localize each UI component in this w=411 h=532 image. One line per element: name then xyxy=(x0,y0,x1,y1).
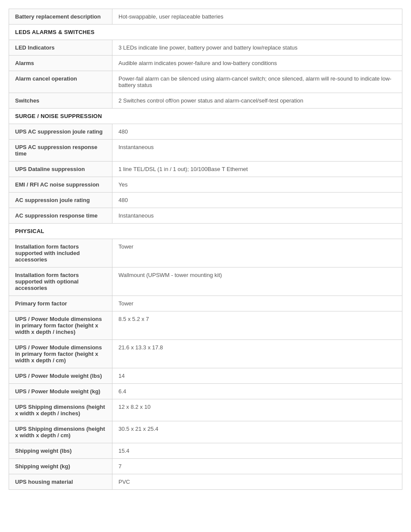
row-value: Instantaneous xyxy=(112,208,402,224)
row-label: Primary form factor xyxy=(9,296,112,311)
row-label: Switches xyxy=(9,93,112,109)
table-row: UPS / Power Module dimensions in primary… xyxy=(9,311,402,340)
row-value: 480 xyxy=(112,193,402,208)
section-header-title: PHYSICAL xyxy=(9,224,402,239)
row-value: Wallmount (UPSWM - tower mounting kit) xyxy=(112,268,402,296)
table-row: UPS Shipping dimensions (height x width … xyxy=(9,421,402,443)
table-row: Installation form factors supported with… xyxy=(9,268,402,296)
section-header-row: SURGE / NOISE SUPPRESSION xyxy=(9,109,402,124)
row-value: Power-fail alarm can be silenced using a… xyxy=(112,71,402,93)
row-value: 21.6 x 13.3 x 17.8 xyxy=(112,340,402,368)
table-row: LED Indicators3 LEDs indicate line power… xyxy=(9,40,402,56)
table-row: EMI / RFI AC noise suppressionYes xyxy=(9,177,402,193)
section-header-row: LEDS ALARMS & SWITCHES xyxy=(9,25,402,40)
row-label: AC suppression response time xyxy=(9,208,112,224)
table-row: UPS AC suppression response timeInstanta… xyxy=(9,140,402,162)
row-value: Yes xyxy=(112,177,402,193)
row-label: Alarms xyxy=(9,56,112,71)
row-label: UPS AC suppression joule rating xyxy=(9,124,112,140)
row-label: Shipping weight (lbs) xyxy=(9,443,112,459)
table-row: UPS / Power Module dimensions in primary… xyxy=(9,340,402,368)
row-label: UPS / Power Module dimensions in primary… xyxy=(9,311,112,340)
row-value: 480 xyxy=(112,124,402,140)
table-row: Installation form factors supported with… xyxy=(9,239,402,268)
row-value: Instantaneous xyxy=(112,140,402,162)
row-label: Battery replacement description xyxy=(9,9,112,25)
section-header-title: SURGE / NOISE SUPPRESSION xyxy=(9,109,402,124)
row-value: 14 xyxy=(112,368,402,384)
row-label: UPS / Power Module weight (lbs) xyxy=(9,368,112,384)
row-label: UPS Shipping dimensions (height x width … xyxy=(9,399,112,421)
row-value: Tower xyxy=(112,296,402,311)
row-label: Alarm cancel operation xyxy=(9,71,112,93)
table-row: UPS / Power Module weight (lbs)14 xyxy=(9,368,402,384)
row-value: 15.4 xyxy=(112,443,402,459)
row-label: Shipping weight (kg) xyxy=(9,459,112,474)
table-row: Shipping weight (kg)7 xyxy=(9,459,402,474)
table-row: AC suppression response timeInstantaneou… xyxy=(9,208,402,224)
row-value: Tower xyxy=(112,239,402,268)
row-value: 1 line TEL/DSL (1 in / 1 out); 10/100Bas… xyxy=(112,162,402,177)
row-value: 6.4 xyxy=(112,384,402,399)
section-header-row: PHYSICAL xyxy=(9,224,402,239)
section-header-title: LEDS ALARMS & SWITCHES xyxy=(9,25,402,40)
spec-table: Battery replacement descriptionHot-swapp… xyxy=(9,9,402,490)
row-label: UPS / Power Module weight (kg) xyxy=(9,384,112,399)
row-label: Installation form factors supported with… xyxy=(9,268,112,296)
row-value: 12 x 8.2 x 10 xyxy=(112,399,402,421)
row-value: 30.5 x 21 x 25.4 xyxy=(112,421,402,443)
row-label: UPS / Power Module dimensions in primary… xyxy=(9,340,112,368)
row-value: Hot-swappable, user replaceable batterie… xyxy=(112,9,402,25)
row-label: EMI / RFI AC noise suppression xyxy=(9,177,112,193)
table-row: Alarm cancel operationPower-fail alarm c… xyxy=(9,71,402,93)
table-row: UPS / Power Module weight (kg)6.4 xyxy=(9,384,402,399)
row-value: 8.5 x 5.2 x 7 xyxy=(112,311,402,340)
table-row: AlarmsAudible alarm indicates power-fail… xyxy=(9,56,402,71)
row-label: UPS Dataline suppression xyxy=(9,162,112,177)
table-row: Battery replacement descriptionHot-swapp… xyxy=(9,9,402,25)
table-row: UPS Dataline suppression1 line TEL/DSL (… xyxy=(9,162,402,177)
table-row: UPS Shipping dimensions (height x width … xyxy=(9,399,402,421)
row-value: PVC xyxy=(112,474,402,490)
row-label: LED Indicators xyxy=(9,40,112,56)
row-label: UPS Shipping dimensions (height x width … xyxy=(9,421,112,443)
row-label: UPS AC suppression response time xyxy=(9,140,112,162)
table-row: AC suppression joule rating480 xyxy=(9,193,402,208)
row-value: 3 LEDs indicate line power, battery powe… xyxy=(112,40,402,56)
row-label: Installation form factors supported with… xyxy=(9,239,112,268)
row-label: UPS housing material xyxy=(9,474,112,490)
table-row: UPS housing materialPVC xyxy=(9,474,402,490)
table-row: Primary form factorTower xyxy=(9,296,402,311)
table-row: Shipping weight (lbs)15.4 xyxy=(9,443,402,459)
table-row: UPS AC suppression joule rating480 xyxy=(9,124,402,140)
row-label: AC suppression joule rating xyxy=(9,193,112,208)
table-row: Switches2 Switches control off/on power … xyxy=(9,93,402,109)
row-value: Audible alarm indicates power-failure an… xyxy=(112,56,402,71)
row-value: 2 Switches control off/on power status a… xyxy=(112,93,402,109)
row-value: 7 xyxy=(112,459,402,474)
